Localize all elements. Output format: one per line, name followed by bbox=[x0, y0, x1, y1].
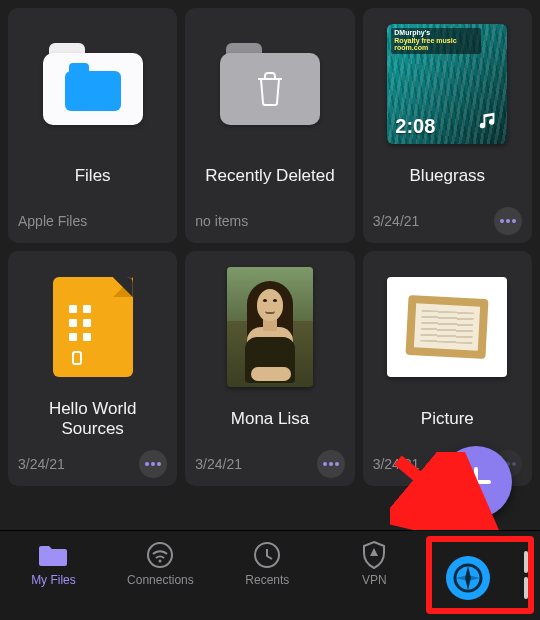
tile-meta: Apple Files bbox=[18, 213, 87, 229]
svg-point-13 bbox=[148, 543, 172, 567]
clock-icon bbox=[253, 541, 281, 569]
tab-vpn[interactable]: VPN bbox=[321, 541, 428, 587]
plus-icon bbox=[459, 465, 493, 499]
svg-point-8 bbox=[335, 462, 339, 466]
svg-point-1 bbox=[506, 219, 510, 223]
shield-icon bbox=[361, 541, 387, 569]
tile-files[interactable]: Files Apple Files bbox=[8, 8, 177, 243]
image-thumbnail-icon bbox=[387, 267, 507, 387]
tab-label: Connections bbox=[127, 573, 194, 587]
folder-icon bbox=[38, 541, 68, 569]
compass-icon bbox=[453, 563, 483, 593]
svg-point-3 bbox=[145, 462, 149, 466]
tile-meta: 3/24/21 bbox=[195, 456, 242, 472]
svg-point-6 bbox=[323, 462, 327, 466]
svg-point-2 bbox=[512, 219, 516, 223]
svg-point-0 bbox=[500, 219, 504, 223]
album-duration: 2:08 bbox=[395, 115, 435, 138]
svg-point-11 bbox=[512, 462, 516, 466]
tab-my-files[interactable]: My Files bbox=[0, 541, 107, 587]
tile-title: Bluegrass bbox=[410, 154, 486, 198]
album-art-icon: DMurphy's Royalty free music room.com 2:… bbox=[387, 24, 507, 144]
tile-title: Hello World Sources bbox=[16, 397, 169, 441]
tab-recents[interactable]: Recents bbox=[214, 541, 321, 587]
folder-blue-icon bbox=[33, 24, 153, 144]
more-button[interactable] bbox=[317, 450, 345, 478]
tile-picture[interactable]: Picture 3/24/21 bbox=[363, 251, 532, 486]
tile-recently-deleted[interactable]: Recently Deleted no items bbox=[185, 8, 354, 243]
svg-point-14 bbox=[159, 560, 162, 563]
tile-title: Mona Lisa bbox=[231, 397, 309, 441]
tile-meta: no items bbox=[195, 213, 248, 229]
add-button[interactable] bbox=[440, 446, 512, 518]
more-button[interactable] bbox=[139, 450, 167, 478]
more-button[interactable] bbox=[494, 207, 522, 235]
tab-label: VPN bbox=[362, 573, 387, 587]
svg-point-4 bbox=[151, 462, 155, 466]
browser-button[interactable] bbox=[446, 556, 490, 600]
svg-point-5 bbox=[157, 462, 161, 466]
zip-archive-icon bbox=[33, 267, 153, 387]
tile-title: Recently Deleted bbox=[205, 154, 334, 198]
tab-connections[interactable]: Connections bbox=[107, 541, 214, 587]
drag-handle-icon[interactable] bbox=[522, 550, 530, 600]
tile-hello-world-sources[interactable]: Hello World Sources 3/24/21 bbox=[8, 251, 177, 486]
tile-meta: 3/24/21 bbox=[373, 456, 420, 472]
tile-meta: 3/24/21 bbox=[18, 456, 65, 472]
album-banner-line1: DMurphy's bbox=[394, 29, 478, 37]
tile-title: Picture bbox=[421, 397, 474, 441]
tile-mona-lisa[interactable]: Mona Lisa 3/24/21 bbox=[185, 251, 354, 486]
tab-label: Recents bbox=[245, 573, 289, 587]
file-grid: Files Apple Files Recently Deleted no it… bbox=[0, 0, 540, 494]
svg-point-7 bbox=[329, 462, 333, 466]
tile-title: Files bbox=[75, 154, 111, 198]
tile-bluegrass[interactable]: DMurphy's Royalty free music room.com 2:… bbox=[363, 8, 532, 243]
image-thumbnail-icon bbox=[210, 267, 330, 387]
music-note-icon bbox=[477, 110, 499, 136]
album-banner-line2: Royalty free music room.com bbox=[394, 37, 478, 52]
tile-meta: 3/24/21 bbox=[373, 213, 420, 229]
tab-label: My Files bbox=[31, 573, 76, 587]
trash-folder-icon bbox=[210, 24, 330, 144]
wifi-icon bbox=[146, 541, 174, 569]
annotation-highlight bbox=[426, 536, 534, 614]
